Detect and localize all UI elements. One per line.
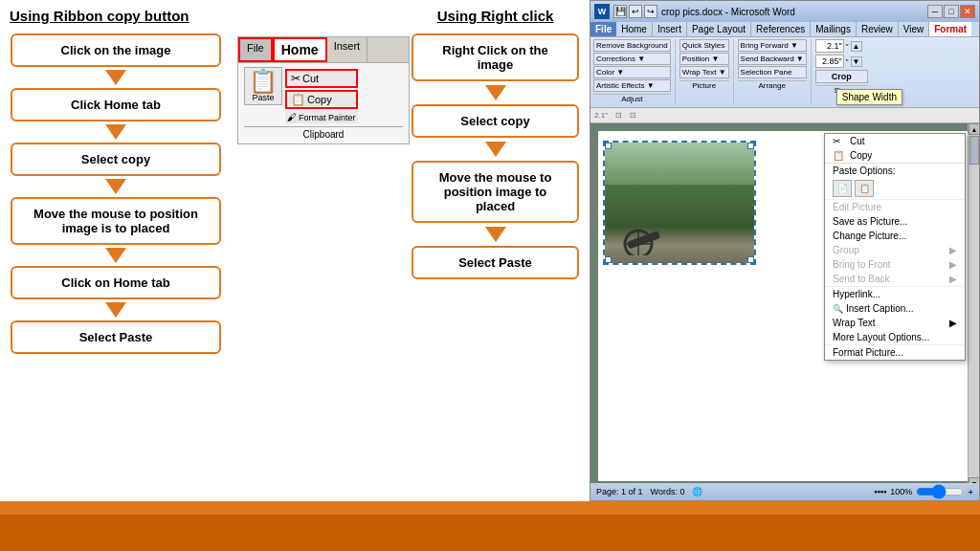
ctx-hyperlink[interactable]: Hyperlink... [825,286,965,301]
word-tab-mailings[interactable]: Mailings [811,22,857,36]
ruler-area: 2.1"⊡⊡ [590,108,979,123]
ctx-paste-options: Paste Options: [825,163,965,178]
wrap-text-btn[interactable]: Wrap Text ▼ [679,66,729,78]
left-steps-col: Click on the image Click Home tab Select… [10,33,222,354]
redo-icon[interactable]: ↪ [644,5,657,18]
clipboard-area: 📋 Paste ✂ Cut 📋 Copy 🖌 Format Pai [244,67,403,123]
r-step-box-3: Move the mouse to position image to plac… [412,161,579,223]
down-arrow[interactable]: ▼ [851,56,862,67]
artistic-effects-btn[interactable]: Artistic Effects ▼ [593,79,671,92]
word-tab-insert[interactable]: Insert [653,22,687,36]
minimize-button[interactable]: ─ [927,5,943,18]
undo-icon[interactable]: ↩ [629,5,642,18]
titlebar-left: W 💾 ↩ ↪ crop pics.docx - Microsoft Word [594,4,795,19]
zoom-slider[interactable] [916,487,964,496]
cut-icon: ✂ [291,72,301,85]
save-icon[interactable]: 💾 [613,5,627,18]
tab-insert[interactable]: Insert [327,37,368,62]
ctx-format-picture[interactable]: Format Picture... [825,344,965,360]
paste-option-2[interactable]: 📋 [855,180,874,197]
format-painter-button[interactable]: 🖌 Format Painter [285,111,358,123]
language-icon: 🌐 [692,487,702,496]
r-step-box-1: Right Click on the image [412,33,579,81]
ruler-h1: 2.1"⊡⊡ [594,111,636,120]
step-box-3: Select copy [11,143,221,176]
quick-styles-btn[interactable]: Quick Styles [679,39,729,52]
left-section: Using Ribbon copy button Click on the im… [0,0,237,501]
word-tab-file[interactable]: File [590,22,616,36]
picture-styles-group: Quick Styles Position ▼ Wrap Text ▼ Pict… [679,39,734,105]
word-tab-pagelayout[interactable]: Page Layout [687,22,751,36]
view-icons: ▪▪▪▪ [874,487,886,496]
page-count: Page: 1 of 1 [596,487,643,496]
paste-button[interactable]: 📋 Paste [244,67,282,105]
r-arrow-1 [485,85,506,100]
crop-btn[interactable]: Crop [815,70,868,83]
paste-label: Paste [252,93,274,102]
arrow-5 [105,302,126,318]
send-backward-btn[interactable]: Send Backward ▼ [738,53,807,65]
ctx-change-picture[interactable]: Change Picture... [825,229,965,243]
selection-pane-btn[interactable]: Selection Pane [738,66,807,78]
ctx-more-layout[interactable]: More Layout Options... [825,330,965,344]
word-tab-home[interactable]: Home [616,22,653,36]
close-button[interactable]: ✕ [960,5,975,18]
bring-forward-btn[interactable]: Bring Forward ▼ [738,39,807,52]
step-box-2: Click Home tab [11,88,221,121]
ctx-group[interactable]: Group▶ [825,243,965,257]
context-menu: ✂ Cut 📋 Copy Paste Options: 📄 📋 Edit Pic… [824,133,966,361]
cut-ctx-icon: ✂ [833,136,846,146]
zoom-level: 100% [890,487,912,496]
height-input[interactable] [815,39,844,53]
position-btn[interactable]: Position ▼ [679,53,729,65]
word-toolbar: Remove Background Corrections ▼ Color ▼ … [590,37,979,108]
word-tab-view[interactable]: View [899,22,930,36]
scrollbar-v[interactable]: ▲ ▼ [968,123,979,489]
ctx-save-as[interactable]: Save as Picture... [825,214,965,229]
format-painter-icon: 🖌 [287,112,297,122]
scroll-thumb[interactable] [969,136,979,165]
scroll-up-btn[interactable]: ▲ [969,123,979,135]
tab-file[interactable]: File [238,37,273,62]
corrections-btn[interactable]: Corrections ▼ [593,53,671,65]
word-tab-references[interactable]: References [751,22,811,36]
ctx-paste-icons: 📄 📋 [825,178,965,199]
word-tab-review[interactable]: Review [857,22,899,36]
ribbon-tabs-row: File Home Insert [238,37,409,63]
word-count: Words: 0 [651,487,685,496]
size-row-2: ″ ▼ [815,55,868,68]
ctx-wrap-text[interactable]: Wrap Text▶ [825,316,965,330]
width-input[interactable] [815,55,844,68]
ctx-edit-picture[interactable]: Edit Picture [825,199,965,214]
word-document-area: ✂ Cut 📋 Copy Paste Options: 📄 📋 Edit Pic… [590,123,979,489]
maximize-button[interactable]: □ [944,5,959,18]
word-statusbar: Page: 1 of 1 Words: 0 🌐 ▪▪▪▪ 100% + [590,483,979,500]
copy-button[interactable]: 📋 Copy [285,90,358,109]
ctx-cut[interactable]: ✂ Cut [825,134,965,148]
copy-ctx-icon: 📋 [833,150,846,161]
up-arrow[interactable]: ▲ [851,41,862,52]
step-box-6: Select Paste [11,320,221,354]
right-steps-col: Right Click on the image Select copy Mov… [412,33,579,279]
ctx-insert-caption[interactable]: 🔍Insert Caption... [825,301,965,316]
arrow-3 [105,179,126,194]
copy-label: Copy [307,94,332,105]
ribbon-mockup-section: File Home Insert 📋 Paste ✂ [237,36,419,314]
paste-option-1[interactable]: 📄 [833,180,852,197]
step-box-1: Click on the image [11,33,221,67]
ctx-copy[interactable]: 📋 Copy [825,148,965,163]
remove-background-btn[interactable]: Remove Background [593,39,671,52]
quick-access-icons: 💾 ↩ ↪ [613,5,657,18]
ctx-bring-to-front[interactable]: Bring to Front▶ [825,257,965,272]
cut-button[interactable]: ✂ Cut [285,69,358,88]
word-tab-format[interactable]: Format [929,22,971,36]
word-window: W 💾 ↩ ↪ crop pics.docx - Microsoft Word … [590,0,980,501]
arrow-2 [105,124,126,140]
left-title: Using Ribbon copy button [10,8,228,24]
shape-width-tooltip: Shape Width [836,89,902,105]
color-btn[interactable]: Color ▼ [593,66,671,78]
ctx-send-to-back[interactable]: Send to Back▶ [825,272,965,286]
tab-home[interactable]: Home [273,37,327,62]
word-icon: W [594,4,610,19]
zoom-plus[interactable]: + [968,487,973,497]
